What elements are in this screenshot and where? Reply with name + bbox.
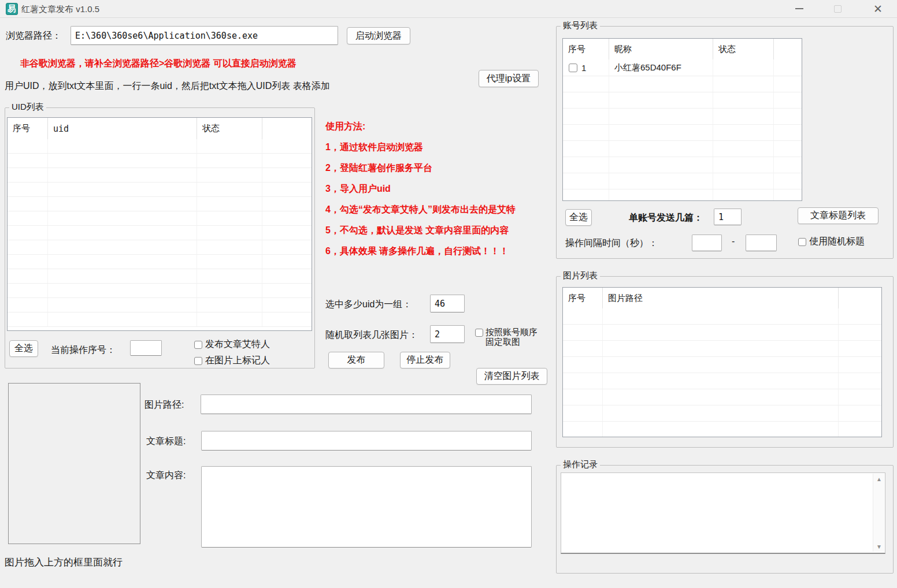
table-cell <box>262 183 312 196</box>
current-seq-input[interactable] <box>130 340 162 356</box>
select-all-accounts-button[interactable]: 全选 <box>565 209 592 226</box>
table-row[interactable] <box>8 284 312 298</box>
table-row[interactable] <box>8 298 312 312</box>
table-row[interactable] <box>563 325 881 341</box>
close-button[interactable]: ✕ <box>865 0 891 17</box>
log-area[interactable]: ▲ ▼ <box>561 472 885 554</box>
table-cell <box>262 312 312 326</box>
table-row[interactable] <box>8 269 312 284</box>
picture-col-path[interactable]: 图片路径 <box>603 288 839 308</box>
article-title-input[interactable] <box>201 431 532 451</box>
table-cell <box>713 189 774 201</box>
table-row[interactable] <box>563 173 802 189</box>
proxy-ip-settings-button[interactable]: 代理ip设置 <box>479 70 539 87</box>
mark-on-image-checkbox[interactable]: 在图片上标记人 <box>194 355 270 367</box>
account-col-seq[interactable]: 序号 <box>563 39 609 59</box>
at-people-checkbox-box[interactable] <box>194 341 202 349</box>
random-title-checkbox-box[interactable] <box>798 238 806 246</box>
table-cell <box>197 154 262 168</box>
uid-table[interactable]: 序号 uid 状态 <box>7 117 312 331</box>
usage-title: 使用方法: <box>325 121 365 133</box>
table-cell <box>8 168 48 182</box>
random-title-checkbox[interactable]: 使用随机标题 <box>798 236 865 248</box>
table-row[interactable] <box>563 76 802 92</box>
table-row[interactable] <box>8 240 312 255</box>
fixed-pic-order-checkbox-box[interactable] <box>475 329 483 337</box>
picture-col-seq[interactable]: 序号 <box>563 288 603 308</box>
table-row[interactable] <box>563 109 802 125</box>
table-cell <box>197 255 262 269</box>
clear-picture-list-button[interactable]: 清空图片列表 <box>476 368 547 385</box>
table-row[interactable] <box>8 183 312 197</box>
table-cell <box>839 405 882 421</box>
minimize-button[interactable] <box>786 0 813 17</box>
picture-table[interactable]: 序号 图片路径 <box>562 287 882 437</box>
account-col-status[interactable]: 状态 <box>713 39 774 59</box>
table-row[interactable] <box>563 141 802 157</box>
scroll-up-icon[interactable]: ▲ <box>873 474 885 484</box>
stop-publish-button[interactable]: 停止发布 <box>400 352 450 369</box>
table-cell <box>262 211 312 225</box>
mark-on-image-checkbox-box[interactable] <box>194 357 202 365</box>
picture-list-group-title: 图片列表 <box>561 270 600 281</box>
table-row[interactable] <box>563 357 881 373</box>
table-cell <box>48 139 197 153</box>
table-cell <box>197 183 262 196</box>
browser-path-input[interactable] <box>71 26 338 45</box>
table-row[interactable] <box>8 211 312 226</box>
image-drop-zone[interactable] <box>8 383 140 544</box>
table-row[interactable] <box>563 373 881 389</box>
table-row[interactable] <box>8 139 312 154</box>
select-all-uids-button[interactable]: 全选 <box>9 340 38 357</box>
publish-button[interactable]: 发布 <box>328 352 384 369</box>
table-row[interactable] <box>8 255 312 269</box>
table-cell <box>609 173 713 189</box>
usage-line-1: 1，通过软件启动浏览器 <box>325 142 423 154</box>
scroll-down-icon[interactable]: ▼ <box>873 541 885 552</box>
table-row[interactable] <box>563 341 881 357</box>
table-row[interactable] <box>563 405 881 422</box>
table-row[interactable] <box>563 422 881 437</box>
maximize-button[interactable] <box>824 0 851 17</box>
table-cell <box>609 141 713 157</box>
table-cell <box>262 226 312 240</box>
interval-min-input[interactable] <box>692 235 722 251</box>
table-row[interactable] <box>563 389 881 405</box>
image-path-input[interactable] <box>201 395 532 414</box>
account-row-checkbox[interactable] <box>569 64 577 72</box>
table-row[interactable] <box>563 125 802 141</box>
interval-max-input[interactable] <box>746 235 777 251</box>
launch-browser-button[interactable]: 启动浏览器 <box>347 27 410 44</box>
article-content-textarea[interactable] <box>201 466 532 548</box>
account-col-nickname[interactable]: 昵称 <box>609 39 713 59</box>
table-cell <box>197 168 262 182</box>
table-row[interactable] <box>8 154 312 168</box>
at-people-checkbox[interactable]: 发布文章艾特人 <box>194 338 270 351</box>
account-row-seq: 1 <box>581 63 586 73</box>
uid-col-status[interactable]: 状态 <box>197 118 262 139</box>
table-row[interactable] <box>563 157 802 173</box>
table-cell <box>774 173 802 189</box>
table-row[interactable] <box>563 308 881 325</box>
table-cell <box>609 92 713 108</box>
table-row[interactable] <box>8 197 312 211</box>
table-row[interactable] <box>8 168 312 183</box>
fixed-pic-order-checkbox[interactable]: 按照账号顺序 固定取图 <box>475 327 538 347</box>
random-pics-input[interactable] <box>430 325 465 343</box>
uid-col-uid[interactable]: uid <box>48 118 197 139</box>
account-table[interactable]: 序号 昵称 状态 1 小红薯65D40F6F <box>562 38 802 201</box>
table-row[interactable] <box>563 92 802 109</box>
uid-col-seq[interactable]: 序号 <box>8 118 48 139</box>
uid-group-size-input[interactable] <box>430 295 465 312</box>
table-cell <box>8 183 48 196</box>
mark-on-image-checkbox-label: 在图片上标记人 <box>205 355 270 367</box>
table-row[interactable] <box>563 189 802 201</box>
table-cell <box>603 325 839 340</box>
posts-per-account-input[interactable] <box>714 209 742 225</box>
table-cell <box>48 183 197 196</box>
table-row[interactable] <box>8 226 312 240</box>
account-table-row[interactable]: 1 小红薯65D40F6F <box>563 59 802 76</box>
log-scrollbar[interactable]: ▲ ▼ <box>873 474 884 552</box>
article-title-list-button[interactable]: 文章标题列表 <box>798 207 879 224</box>
table-row[interactable] <box>8 312 312 327</box>
